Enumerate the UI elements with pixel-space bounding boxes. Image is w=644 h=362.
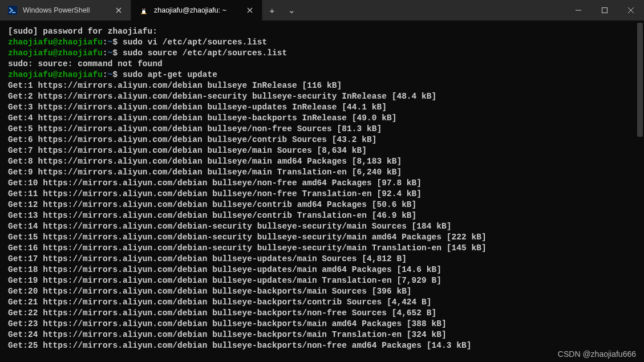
terminal-line: zhaojiafu@zhaojiafu:~$ sudo source /etc/… — [8, 48, 636, 59]
terminal-line: Get:13 https://mirrors.aliyun.com/debian… — [8, 210, 636, 221]
plus-icon: + — [270, 6, 275, 15]
titlebar-drag-region[interactable] — [301, 0, 565, 21]
terminal-line: Get:25 https://mirrors.aliyun.com/debian… — [8, 340, 636, 351]
close-window-button[interactable] — [618, 0, 644, 21]
prompt-colon: : — [103, 38, 108, 47]
terminal-line: Get:21 https://mirrors.aliyun.com/debian… — [8, 297, 636, 308]
terminal-line: Get:22 https://mirrors.aliyun.com/debian… — [8, 308, 636, 319]
chevron-down-icon: ⌄ — [288, 5, 295, 15]
terminal-line: sudo: source: command not found — [8, 59, 636, 70]
close-icon[interactable] — [245, 5, 255, 15]
prompt-sigil: $ — [112, 48, 118, 58]
terminal-line: Get:10 https://mirrors.aliyun.com/debian… — [8, 178, 636, 189]
scrollbar-vertical[interactable] — [636, 21, 644, 362]
watermark-text: CSDN @zhaojiafu666 — [558, 349, 636, 359]
command-text: sudo vi /etc/apt/sources.list — [118, 38, 267, 47]
terminal-line: Get:11 https://mirrors.aliyun.com/debian… — [8, 189, 636, 200]
output-text: Get:4 https://mirrors.aliyun.com/debian … — [8, 113, 396, 123]
prompt-colon: : — [103, 70, 108, 79]
terminal-line: Get:5 https://mirrors.aliyun.com/debian … — [8, 124, 636, 135]
output-text: Get:5 https://mirrors.aliyun.com/debian … — [8, 124, 382, 133]
output-text: Get:22 https://mirrors.aliyun.com/debian… — [8, 308, 436, 318]
output-text: Get:1 https://mirrors.aliyun.com/debian … — [8, 81, 342, 90]
powershell-icon — [8, 6, 17, 15]
tab-dropdown-button[interactable]: ⌄ — [282, 0, 301, 21]
command-text: sudo source /etc/apt/sources.list — [118, 48, 287, 58]
output-text: Get:19 https://mirrors.aliyun.com/debian… — [8, 276, 442, 285]
output-text: Get:14 https://mirrors.aliyun.com/debian… — [8, 222, 451, 231]
terminal-line: Get:12 https://mirrors.aliyun.com/debian… — [8, 200, 636, 210]
prompt-sigil: $ — [112, 70, 118, 79]
terminal-output[interactable]: [sudo] password for zhaojiafu:zhaojiafu@… — [0, 21, 644, 353]
output-text: Get:25 https://mirrors.aliyun.com/debian… — [8, 341, 471, 350]
terminal-line: Get:6 https://mirrors.aliyun.com/debian … — [8, 135, 636, 145]
prompt-sigil: $ — [112, 38, 118, 47]
terminal-line: Get:15 https://mirrors.aliyun.com/debian… — [8, 232, 636, 243]
output-text: Get:18 https://mirrors.aliyun.com/debian… — [8, 265, 442, 274]
terminal-line: Get:16 https://mirrors.aliyun.com/debian… — [8, 243, 636, 254]
output-text: Get:7 https://mirrors.aliyun.com/debian … — [8, 146, 367, 155]
prompt-user-host: zhaojiafu@zhaojiafu — [8, 70, 103, 79]
svg-point-8 — [141, 13, 143, 14]
titlebar: Windows PowerShell zhaojiafu@zhaojiafu: … — [0, 0, 644, 21]
close-icon[interactable] — [114, 5, 124, 15]
terminal-line: Get:3 https://mirrors.aliyun.com/debian … — [8, 102, 636, 113]
minimize-button[interactable] — [565, 0, 592, 21]
scrollbar-thumb[interactable] — [637, 23, 643, 137]
terminal-line: Get:1 https://mirrors.aliyun.com/debian … — [8, 80, 636, 91]
svg-point-6 — [143, 9, 143, 10]
output-text: Get:10 https://mirrors.aliyun.com/debian… — [8, 178, 422, 188]
svg-point-9 — [144, 13, 147, 14]
terminal-line: Get:23 https://mirrors.aliyun.com/debian… — [8, 319, 636, 330]
terminal-line: Get:9 https://mirrors.aliyun.com/debian … — [8, 167, 636, 178]
output-text: Get:16 https://mirrors.aliyun.com/debian… — [8, 243, 487, 253]
tab-powershell[interactable]: Windows PowerShell — [0, 0, 131, 21]
window-controls — [565, 0, 644, 21]
maximize-button[interactable] — [592, 0, 618, 21]
terminal-line: Get:8 https://mirrors.aliyun.com/debian … — [8, 156, 636, 167]
terminal-line: zhaojiafu@zhaojiafu:~$ sudo vi /etc/apt/… — [8, 37, 636, 48]
output-text: Get:6 https://mirrors.aliyun.com/debian … — [8, 135, 376, 144]
output-text: Get:20 https://mirrors.aliyun.com/debian… — [8, 287, 412, 296]
terminal-line: Get:14 https://mirrors.aliyun.com/debian… — [8, 221, 636, 232]
output-text: Get:23 https://mirrors.aliyun.com/debian… — [8, 319, 447, 328]
output-text: Get:17 https://mirrors.aliyun.com/debian… — [8, 254, 407, 263]
tab-title: Windows PowerShell — [23, 6, 108, 14]
output-text: [sudo] password for zhaojiafu: — [8, 27, 157, 36]
output-text: Get:2 https://mirrors.aliyun.com/debian-… — [8, 92, 436, 101]
output-text: Get:9 https://mirrors.aliyun.com/debian … — [8, 168, 402, 177]
terminal-line: Get:7 https://mirrors.aliyun.com/debian … — [8, 145, 636, 156]
terminal-line: Get:24 https://mirrors.aliyun.com/debian… — [8, 330, 636, 340]
new-tab-button[interactable]: + — [262, 0, 282, 21]
output-text: Get:8 https://mirrors.aliyun.com/debian … — [8, 157, 402, 166]
prompt-user-host: zhaojiafu@zhaojiafu — [8, 48, 103, 58]
terminal-line: zhaojiafu@zhaojiafu:~$ sudo apt-get upda… — [8, 70, 636, 80]
output-text: Get:12 https://mirrors.aliyun.com/debian… — [8, 200, 416, 209]
terminal-line: Get:17 https://mirrors.aliyun.com/debian… — [8, 254, 636, 265]
tab-title: zhaojiafu@zhaojiafu: ~ — [154, 6, 239, 14]
output-text: sudo: source: command not found — [8, 59, 163, 68]
terminal-line: Get:18 https://mirrors.aliyun.com/debian… — [8, 265, 636, 275]
svg-rect-11 — [602, 8, 607, 13]
output-text: Get:15 https://mirrors.aliyun.com/debian… — [8, 233, 487, 242]
terminal-line: Get:4 https://mirrors.aliyun.com/debian … — [8, 113, 636, 124]
output-text: Get:24 https://mirrors.aliyun.com/debian… — [8, 330, 447, 339]
tux-icon — [139, 6, 148, 15]
tab-linux-shell[interactable]: zhaojiafu@zhaojiafu: ~ — [131, 0, 262, 21]
output-text: Get:13 https://mirrors.aliyun.com/debian… — [8, 211, 416, 220]
terminal-line: [sudo] password for zhaojiafu: — [8, 26, 636, 37]
terminal-line: Get:2 https://mirrors.aliyun.com/debian-… — [8, 91, 636, 102]
tab-strip: Windows PowerShell zhaojiafu@zhaojiafu: … — [0, 0, 262, 21]
output-text: Get:3 https://mirrors.aliyun.com/debian … — [8, 103, 387, 112]
output-text: Get:21 https://mirrors.aliyun.com/debian… — [8, 298, 432, 307]
output-text: Get:11 https://mirrors.aliyun.com/debian… — [8, 189, 422, 198]
terminal-line: Get:19 https://mirrors.aliyun.com/debian… — [8, 275, 636, 286]
prompt-user-host: zhaojiafu@zhaojiafu — [8, 38, 103, 47]
terminal-line: Get:20 https://mirrors.aliyun.com/debian… — [8, 286, 636, 297]
command-text: sudo apt-get update — [118, 70, 217, 79]
svg-point-7 — [144, 9, 145, 10]
prompt-colon: : — [103, 48, 108, 58]
